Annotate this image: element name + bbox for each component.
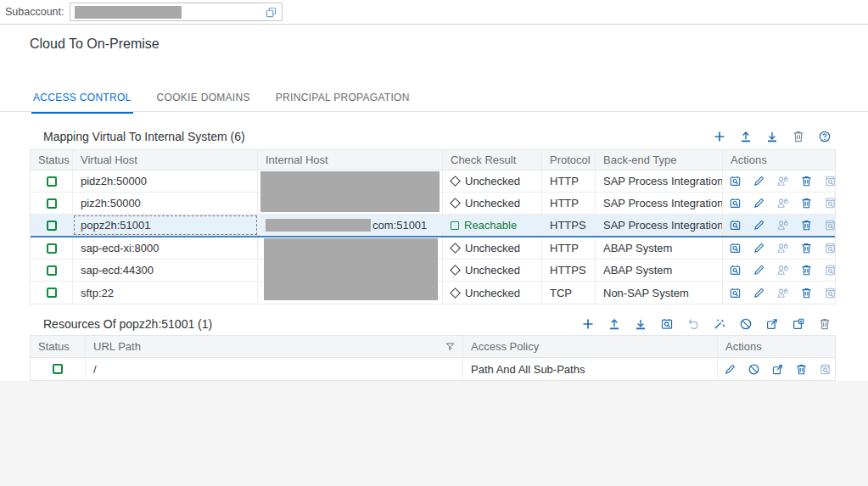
download-icon[interactable] bbox=[634, 317, 647, 331]
col-access-policy[interactable]: Access Policy bbox=[463, 336, 718, 357]
delete-icon[interactable] bbox=[818, 317, 832, 331]
backend-type-cell: SAP Process Integration bbox=[596, 170, 723, 192]
col-backend-type[interactable]: Back-end Type bbox=[596, 150, 723, 170]
protocol-cell: HTTPS bbox=[542, 215, 596, 236]
user-lock-icon[interactable] bbox=[776, 197, 789, 209]
virtual-host-cell: popz2h:51001 bbox=[73, 215, 258, 236]
delete-icon[interactable] bbox=[800, 175, 813, 187]
audit-icon[interactable] bbox=[824, 175, 837, 187]
check-result-cell: Reachable bbox=[443, 215, 542, 236]
internal-host-cell: com:51001 bbox=[258, 215, 443, 236]
check-result-text: Reachable bbox=[464, 219, 517, 232]
audit-icon[interactable] bbox=[824, 197, 837, 209]
undo-icon[interactable] bbox=[686, 317, 700, 331]
col-actions[interactable]: Actions bbox=[723, 150, 837, 170]
user-lock-icon[interactable] bbox=[776, 287, 789, 299]
delete-icon[interactable] bbox=[800, 264, 813, 277]
check-availability-icon[interactable] bbox=[729, 287, 742, 299]
audit-icon[interactable] bbox=[824, 264, 837, 277]
delete-icon[interactable] bbox=[800, 219, 813, 232]
edit-icon[interactable] bbox=[753, 175, 765, 187]
status-cell bbox=[31, 282, 73, 304]
check-availability-icon[interactable] bbox=[660, 317, 674, 331]
check-availability-icon[interactable] bbox=[729, 197, 742, 209]
filter-icon[interactable] bbox=[445, 341, 456, 352]
delete-icon[interactable] bbox=[800, 287, 813, 299]
edit-icon[interactable] bbox=[753, 219, 765, 232]
mapping-header-row: Status Virtual Host Internal Host Check … bbox=[31, 150, 835, 170]
audit-icon[interactable] bbox=[824, 219, 837, 232]
virtual-host-cell: sftp:22 bbox=[73, 282, 258, 304]
edit-icon[interactable] bbox=[724, 363, 736, 376]
protocol-cell: HTTP bbox=[542, 237, 596, 259]
status-cell bbox=[31, 215, 73, 236]
copy-icon[interactable] bbox=[265, 6, 277, 19]
add-icon[interactable] bbox=[581, 317, 595, 331]
user-lock-icon[interactable] bbox=[776, 219, 789, 232]
resources-table-toolbar bbox=[581, 317, 834, 331]
actions-cell bbox=[723, 170, 837, 192]
copy-to-icon[interactable] bbox=[765, 317, 779, 331]
status-cell bbox=[31, 260, 73, 281]
backend-type-cell: SAP Process Integration bbox=[596, 215, 723, 236]
edit-icon[interactable] bbox=[753, 287, 765, 299]
col-protocol[interactable]: Protocol bbox=[542, 150, 596, 170]
delete-icon[interactable] bbox=[800, 242, 813, 254]
block-icon[interactable] bbox=[739, 317, 753, 331]
delete-icon[interactable] bbox=[800, 197, 813, 209]
user-lock-icon[interactable] bbox=[776, 242, 789, 254]
unchecked-icon bbox=[450, 288, 461, 299]
wand-icon[interactable] bbox=[713, 317, 726, 331]
check-availability-icon[interactable] bbox=[729, 219, 742, 232]
audit-icon[interactable] bbox=[824, 287, 837, 299]
actions-cell bbox=[723, 282, 837, 304]
protocol-cell: HTTPS bbox=[542, 260, 596, 281]
url-path-cell: / bbox=[86, 358, 463, 380]
copy-to-icon[interactable] bbox=[771, 363, 784, 376]
subaccount-input[interactable] bbox=[70, 3, 283, 21]
delete-icon[interactable] bbox=[795, 363, 808, 376]
col-status[interactable]: Status bbox=[31, 336, 86, 357]
block-icon[interactable] bbox=[748, 363, 760, 376]
virtual-host-cell: sap-ecd:44300 bbox=[73, 260, 258, 281]
status-ok-icon bbox=[47, 176, 57, 187]
user-lock-icon[interactable] bbox=[776, 175, 789, 187]
audit-icon[interactable] bbox=[819, 363, 832, 376]
col-url-path[interactable]: URL Path bbox=[86, 336, 463, 357]
actions-cell bbox=[718, 358, 837, 380]
table-row-selected[interactable]: popz2h:51001 com:51001 Reachable HTTPS S… bbox=[31, 215, 835, 237]
col-actions[interactable]: Actions bbox=[718, 336, 837, 357]
download-icon[interactable] bbox=[765, 130, 779, 143]
delete-icon[interactable] bbox=[792, 130, 805, 143]
col-internal-host[interactable]: Internal Host bbox=[258, 150, 443, 170]
edit-icon[interactable] bbox=[753, 264, 765, 277]
status-cell bbox=[31, 193, 73, 214]
virtual-host-cell: sap-ecd-xi:8000 bbox=[73, 237, 258, 259]
status-ok-icon bbox=[47, 198, 57, 209]
check-availability-icon[interactable] bbox=[729, 242, 742, 254]
check-result-text: Unchecked bbox=[465, 287, 520, 299]
protocol-cell: HTTP bbox=[542, 193, 596, 214]
upload-icon[interactable] bbox=[739, 130, 753, 143]
paste-icon[interactable] bbox=[792, 317, 805, 331]
resources-header-row: Status URL Path Access Policy Actions bbox=[31, 336, 835, 358]
audit-icon[interactable] bbox=[824, 242, 837, 254]
add-icon[interactable] bbox=[713, 130, 726, 143]
check-availability-icon[interactable] bbox=[729, 264, 742, 277]
table-row[interactable]: / Path And All Sub-Paths bbox=[31, 358, 835, 380]
col-check-result[interactable]: Check Result bbox=[443, 150, 542, 170]
help-icon[interactable] bbox=[818, 130, 832, 143]
mapping-table-toolbar bbox=[713, 130, 834, 143]
edit-icon[interactable] bbox=[753, 197, 765, 209]
virtual-host-cell: piz2h:50000 bbox=[73, 193, 258, 214]
backend-type-cell: Non-SAP System bbox=[596, 282, 723, 304]
check-availability-icon[interactable] bbox=[729, 175, 742, 187]
check-result-cell: Unchecked bbox=[443, 282, 542, 304]
col-virtual-host[interactable]: Virtual Host bbox=[73, 150, 258, 170]
user-lock-icon[interactable] bbox=[776, 264, 789, 277]
upload-icon[interactable] bbox=[608, 317, 621, 331]
col-status[interactable]: Status bbox=[31, 150, 73, 170]
mapping-table-title: Mapping Virtual To Internal System (6) bbox=[43, 130, 245, 143]
col-url-path-label: URL Path bbox=[93, 340, 141, 353]
edit-icon[interactable] bbox=[753, 242, 765, 254]
